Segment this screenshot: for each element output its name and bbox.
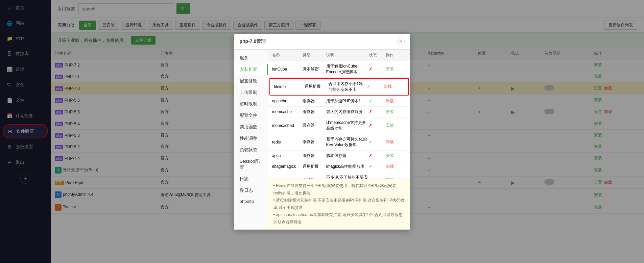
ext-desc: 基于内存亦可持久化的Key-Value数据库 — [326, 136, 369, 148]
status-check-icon: ✓ — [369, 164, 386, 169]
extension-row: memcache 缓存器 强大的内存缓存服务 ✗ 安装 — [268, 107, 410, 117]
modal-nav-item[interactable]: 慢日志 — [234, 185, 268, 196]
ext-desc: 用于解密ionCube Encoder加密脚本! — [326, 63, 369, 75]
status-x-icon: ✗ — [369, 153, 386, 158]
modal-nav-item[interactable]: 安装扩展 — [234, 64, 268, 75]
status-check-icon: ✓ — [367, 84, 384, 89]
modal-nav-item[interactable]: 负载状态 — [234, 144, 268, 156]
modal-nav-item[interactable]: 性能调整 — [234, 133, 268, 144]
ext-name: memcached — [272, 123, 303, 128]
footer-note: • opcache/xcache/apc等脚本缓存扩展,请只安装其中1个,否则可… — [273, 211, 405, 226]
unload-ext-button[interactable]: 卸载 — [384, 84, 404, 89]
extension-row: ionCube 脚本解密 用于解密ionCube Encoder加密脚本! ✗ … — [268, 61, 410, 78]
status-x-icon: ✗ — [369, 67, 386, 72]
modal-nav-item[interactable]: Session配置 — [234, 156, 268, 173]
modal-footer: • Redis扩展仅支持一个PHP版本安装使用，若在其它PHP版本已安装redi… — [268, 179, 410, 230]
unload-ext-button[interactable]: 卸载 — [386, 139, 406, 145]
ext-type: 缓存器 — [303, 123, 326, 128]
php-manage-modal: php-7.0管理 × 服务安装扩展配置修改上传限制超时限制配置文件禁用函数性能… — [234, 34, 410, 230]
modal-nav-item[interactable]: 上传限制 — [234, 87, 268, 98]
modal-nav-item[interactable]: 禁用函数 — [234, 121, 268, 133]
ext-desc: 强大的内存缓存服务 — [326, 109, 369, 115]
ext-name: fileinfo — [274, 84, 305, 89]
ext-type: 脚本解密 — [303, 66, 326, 72]
ext-desc: 脚本缓存器 — [326, 153, 369, 159]
ext-name: opcache — [272, 99, 303, 103]
modal-nav-item[interactable]: 服务 — [234, 52, 268, 64]
unload-ext-button[interactable]: 卸载 — [386, 98, 406, 104]
extension-row: apcu 缓存器 脚本缓存器 ✗ 安装 — [268, 151, 410, 161]
ext-desc: 比memcache支持更多高级功能 — [326, 120, 369, 131]
modal-nav-item[interactable]: phpinfo — [234, 196, 268, 207]
ext-type: 通用扩展 — [303, 164, 326, 169]
modal-table-header: 名称 类型 说明 状态 操作 — [268, 50, 410, 61]
extension-row: xdebug 调试器 不多说,不了解的不要安装 ✗ 安装 — [268, 172, 410, 179]
ext-type: 通用扩展 — [305, 84, 328, 89]
footer-note: • Redis扩展仅支持一个PHP版本安装使用，若在其它PHP版本已安装redi… — [273, 182, 405, 197]
modal-close-button[interactable]: × — [397, 38, 405, 45]
install-ext-button[interactable]: 安装 — [386, 109, 406, 115]
ext-type: 缓存器 — [303, 109, 326, 115]
ext-type: 缓存器 — [303, 153, 326, 159]
extension-row: opcache 缓存器 用于加速PHP脚本! ✓ 卸载 — [268, 96, 410, 107]
status-x-icon: ✗ — [369, 109, 386, 114]
modal-nav-item[interactable]: 配置文件 — [234, 110, 268, 121]
modal-overlay: php-7.0管理 × 服务安装扩展配置修改上传限制超时限制配置文件禁用函数性能… — [0, 0, 644, 263]
install-ext-button[interactable]: 安装 — [386, 66, 406, 72]
unload-ext-button[interactable]: 卸载 — [386, 164, 406, 169]
status-check-icon: ✓ — [369, 99, 386, 103]
ext-desc: 用于加速PHP脚本! — [326, 98, 369, 104]
extension-row: redis 缓存器 基于内存亦可持久化的Key-Value数据库 ✓ 卸载 — [268, 134, 410, 151]
ext-desc: 不多说,不了解的不要安装 — [326, 175, 369, 179]
install-ext-button[interactable]: 安装 — [386, 153, 406, 159]
extension-row: memcached 缓存器 比memcache支持更多高级功能 ✗ 安装 — [268, 117, 410, 134]
modal-nav-item[interactable]: 超时限制 — [234, 98, 268, 110]
install-ext-button[interactable]: 安装 — [386, 123, 406, 128]
modal-nav-item[interactable]: 日志 — [234, 173, 268, 185]
ext-desc: Imagick高性能图形库 — [326, 164, 369, 169]
ext-name: memcache — [272, 109, 303, 114]
modal-body: 服务安装扩展配置修改上传限制超时限制配置文件禁用函数性能调整负载状态Sessio… — [234, 50, 410, 230]
status-check-icon: ✓ — [369, 140, 386, 144]
modal-title: php-7.0管理 — [240, 38, 266, 45]
modal-nav: 服务安装扩展配置修改上传限制超时限制配置文件禁用函数性能调整负载状态Sessio… — [234, 50, 268, 230]
ext-name: apcu — [272, 153, 303, 158]
extension-row: imagemagick 通用扩展 Imagick高性能图形库 ✓ 卸载 — [268, 161, 410, 172]
footer-note: • 请按实际需求安装扩展,不要安装不必要的PHP扩展,这会影响PHP执行效率,甚… — [273, 197, 405, 211]
ext-type: 缓存器 — [303, 139, 326, 145]
ext-type: 缓存器 — [303, 98, 326, 104]
extension-row: fileinfo 通用扩展 否可用内存小于1G,可能会安装不上 ✓ 卸载 — [269, 78, 409, 96]
ext-name: redis — [272, 140, 303, 144]
modal-main-content: 名称 类型 说明 状态 操作 ionCube 脚本解密 用于解密ionCube … — [268, 50, 410, 230]
modal-extension-list: ionCube 脚本解密 用于解密ionCube Encoder加密脚本! ✗ … — [268, 61, 410, 179]
modal-header: php-7.0管理 × — [234, 34, 410, 50]
modal-nav-item[interactable]: 配置修改 — [234, 75, 268, 87]
ext-name: ionCube — [272, 67, 303, 72]
ext-name: imagemagick — [272, 164, 303, 169]
ext-desc: 否可用内存小于1G,可能会安装不上 — [328, 81, 367, 93]
status-x-icon: ✗ — [369, 123, 386, 128]
